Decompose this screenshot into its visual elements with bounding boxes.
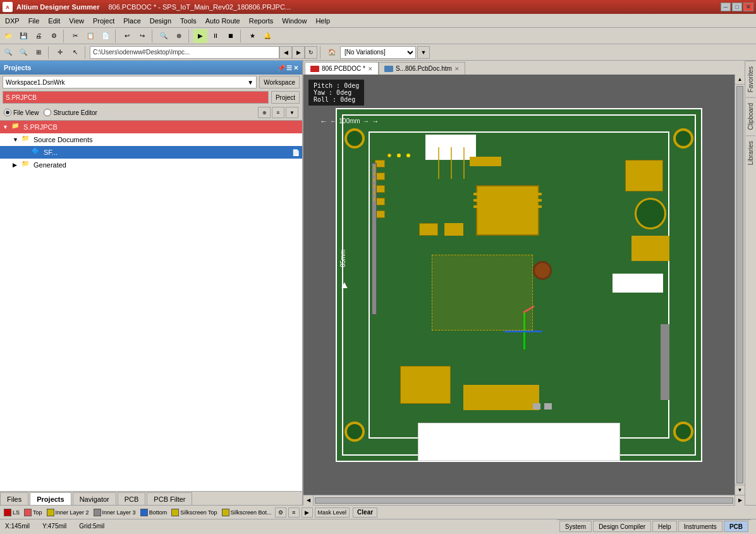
layer-icon-3[interactable]: ▶: [302, 507, 313, 518]
projects-menu-icon[interactable]: ☰: [286, 64, 292, 71]
menu-window[interactable]: Window: [278, 16, 310, 26]
vertical-scrollbar[interactable]: ▲ ▼: [735, 75, 745, 495]
layer-top[interactable]: Top: [23, 507, 44, 518]
tab-navigator[interactable]: Navigator: [73, 492, 116, 505]
menu-tools[interactable]: Tools: [176, 16, 200, 26]
tab-projects[interactable]: Projects: [30, 492, 71, 505]
menu-view[interactable]: View: [65, 16, 88, 26]
file-view-option[interactable]: File View: [4, 109, 39, 116]
path-refresh-btn[interactable]: ↻: [305, 46, 317, 59]
pcb-canvas-area[interactable]: Pitch : 0deg Yaw : 0deg Roll : 0deg ← 10…: [303, 75, 735, 495]
toolbar-btn-12[interactable]: ⏸: [209, 29, 223, 43]
scroll-thumb-h[interactable]: [315, 497, 733, 504]
minimize-button[interactable]: ─: [721, 3, 731, 11]
tab-pcb-filter[interactable]: PCB Filter: [147, 492, 192, 505]
menu-autoroute[interactable]: Auto Route: [202, 16, 244, 26]
toolbar-btn-zoom-out[interactable]: 🔍: [16, 46, 30, 59]
horizontal-scrollbar[interactable]: ◀ ▶: [303, 495, 745, 505]
tree-pcb-file[interactable]: 🔷 SF... 📄: [0, 146, 302, 159]
scroll-thumb-v[interactable]: [736, 86, 743, 483]
layer-icon-1[interactable]: ⚙: [275, 507, 286, 518]
tab-bar: 806.PCBDOC * ✕ S...806.PcbDoc.htm ✕: [303, 61, 745, 75]
scroll-down-btn[interactable]: ▼: [735, 485, 745, 495]
view-icon-2[interactable]: ≡: [272, 107, 284, 118]
menu-edit[interactable]: Edit: [44, 16, 64, 26]
help-btn[interactable]: Help: [652, 521, 677, 532]
menu-project[interactable]: Project: [89, 16, 118, 26]
layer-ls[interactable]: LS: [3, 507, 21, 518]
toolbar-btn-run[interactable]: ▶: [193, 29, 207, 43]
path-input[interactable]: C:\Users\odenww#Desktop\Impc...: [90, 46, 279, 59]
html-tab-close[interactable]: ✕: [454, 66, 460, 72]
tab-clipboard[interactable]: Clipboard: [746, 97, 755, 135]
scroll-up-btn[interactable]: ▲: [735, 75, 745, 85]
toolbar-btn-3[interactable]: 🖨: [32, 29, 46, 43]
tab-pcb[interactable]: PCB: [118, 492, 146, 505]
toolbar-btn-14[interactable]: ★: [245, 29, 259, 43]
toolbar-btn-10[interactable]: 🔍: [157, 29, 171, 43]
workspace-button[interactable]: Workspace: [259, 76, 300, 88]
tab-libraries[interactable]: Libraries: [746, 135, 755, 170]
tree-generated[interactable]: ▶ 📁 Generated: [0, 159, 302, 171]
toolbar-btn-select[interactable]: ↖: [68, 46, 82, 59]
restore-button[interactable]: □: [732, 3, 742, 11]
file-view-radio[interactable]: [4, 109, 11, 116]
toolbar-btn-fit[interactable]: ⊞: [32, 46, 46, 59]
menu-place[interactable]: Place: [119, 16, 145, 26]
menu-file[interactable]: File: [25, 16, 44, 26]
doc-tab-pcb[interactable]: 806.PCBDOC * ✕: [305, 62, 379, 75]
variations-dropdown-btn[interactable]: ▼: [417, 46, 430, 59]
toolbar-btn-15[interactable]: 🔔: [260, 29, 274, 43]
toolbar-btn-zoom-in[interactable]: 🔍: [1, 46, 15, 59]
toolbar-btn-5[interactable]: ✂: [68, 29, 82, 43]
tab-files[interactable]: Files: [0, 492, 28, 505]
instruments-btn[interactable]: Instruments: [678, 521, 722, 532]
layer-inner3[interactable]: Inner Layer 3: [92, 507, 137, 518]
toolbar-btn-9[interactable]: ↪: [135, 29, 149, 43]
toolbar-btn-1[interactable]: 📁: [1, 29, 15, 43]
toolbar-btn-home[interactable]: 🏠: [325, 46, 339, 59]
path-fwd-btn[interactable]: ▶: [292, 46, 305, 59]
menu-reports[interactable]: Reports: [245, 16, 277, 26]
layer-inner2[interactable]: Inner Layer 2: [46, 507, 90, 518]
scroll-right-btn[interactable]: ▶: [735, 495, 745, 506]
structure-editor-option[interactable]: Structure Editor: [44, 109, 97, 116]
layer-silk-top[interactable]: Silkscreen Top: [170, 507, 218, 518]
scroll-left-btn[interactable]: ◀: [303, 495, 314, 506]
tree-root-item[interactable]: ▼ 📁 S.PRJPCB: [0, 121, 302, 133]
toolbar-btn-4[interactable]: ⚙: [47, 29, 61, 43]
close-button[interactable]: ✕: [743, 3, 753, 11]
doc-tab-html[interactable]: S...806.PcbDoc.htm ✕: [379, 62, 465, 75]
view-icon-3[interactable]: ▼: [286, 107, 298, 118]
toolbar-btn-2[interactable]: 💾: [16, 29, 30, 43]
menu-help[interactable]: Help: [312, 16, 334, 26]
toolbar-btn-13[interactable]: ⏹: [224, 29, 238, 43]
layer-silk-bot[interactable]: Silkscreen Bot...: [221, 507, 273, 518]
projects-pin-icon[interactable]: 📌: [277, 64, 285, 71]
toolbar-btn-move[interactable]: ✛: [53, 46, 67, 59]
pcb-btn[interactable]: PCB: [724, 521, 748, 532]
projects-close-icon[interactable]: ✕: [293, 64, 298, 71]
workspace-dropdown[interactable]: Workspace1.DsnWrk ▼: [3, 76, 257, 88]
system-btn[interactable]: System: [559, 521, 592, 532]
variations-select[interactable]: [No Variations]: [340, 46, 416, 59]
toolbar-btn-6[interactable]: 📋: [83, 29, 97, 43]
pcb-board[interactable]: ← 100mm → ▲ ▼ 85mm: [336, 108, 702, 462]
toolbar-btn-11[interactable]: ⊕: [172, 29, 186, 43]
menu-dxp[interactable]: DXP: [1, 16, 23, 26]
pcb-tab-close[interactable]: ✕: [368, 66, 373, 72]
layer-icon-2[interactable]: ≡: [288, 507, 300, 518]
menu-design[interactable]: Design: [146, 16, 175, 26]
tab-favorites[interactable]: Favorites: [746, 61, 755, 97]
design-compiler-btn[interactable]: Design Compiler: [593, 521, 651, 532]
view-icon-1[interactable]: ⊕: [258, 107, 271, 118]
clear-button[interactable]: Clear: [353, 507, 377, 518]
path-back-btn[interactable]: ◀: [279, 46, 292, 59]
project-button[interactable]: Project: [271, 91, 300, 104]
toolbar-btn-8[interactable]: ↩: [120, 29, 134, 43]
mask-level-button[interactable]: Mask Level: [315, 507, 350, 518]
tree-source-docs[interactable]: ▼ 📁 Source Documents: [0, 133, 302, 146]
layer-bottom[interactable]: Bottom: [139, 507, 169, 518]
toolbar-btn-7[interactable]: 📄: [99, 29, 113, 43]
structure-editor-radio[interactable]: [44, 109, 51, 116]
